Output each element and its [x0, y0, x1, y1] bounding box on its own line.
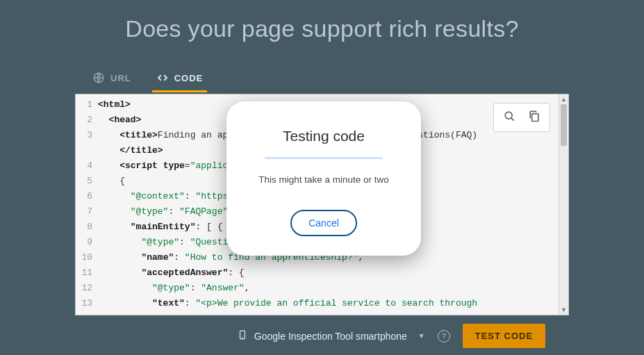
testing-modal: Testing code This might take a minute or…: [226, 101, 421, 256]
modal-backdrop: Testing code This might take a minute or…: [0, 0, 644, 355]
cancel-button[interactable]: Cancel: [290, 210, 357, 236]
modal-progress-bar: [265, 157, 383, 159]
modal-title: Testing code: [245, 128, 403, 145]
modal-message: This might take a minute or two: [245, 174, 403, 185]
